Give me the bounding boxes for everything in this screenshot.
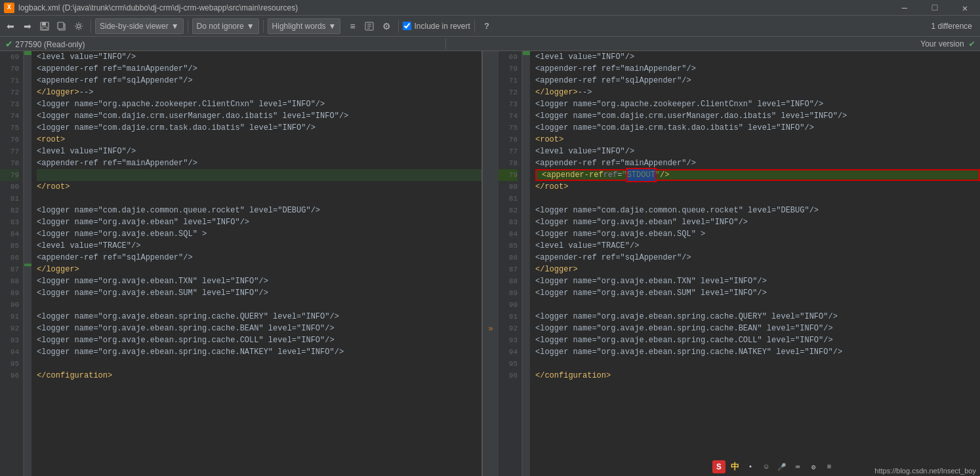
title-bar: X logback.xml (D:\java\trunk\crm\dubbo\d… xyxy=(0,0,980,16)
right-line-84: <logger name="org.avaje.ebean.SQL" > xyxy=(535,228,980,240)
settings-button[interactable] xyxy=(71,18,87,34)
left-line-82: <logger name="com.dajie.common.queue.roc… xyxy=(37,205,481,216)
right-line-93: <logger name="org.avaje.ebean.spring.cac… xyxy=(535,334,980,346)
app-icon: X xyxy=(4,3,14,13)
sep1 xyxy=(91,20,91,33)
undo-button[interactable]: ⬅ xyxy=(3,18,18,34)
right-line-78: <appender-ref ref="mainAppender"/> xyxy=(535,157,980,169)
left-line-87: </logger> xyxy=(37,264,481,275)
sougou-settings-icon: ⚙ xyxy=(807,460,820,473)
right-line-81 xyxy=(535,193,980,205)
right-line-96: </configuration> xyxy=(535,370,980,382)
diff-area: 6970717273747576777879808182838485868788… xyxy=(0,51,980,476)
viewer-dropdown[interactable]: Side-by-side viewer ▼ xyxy=(95,18,184,34)
title-text: logback.xml (D:\java\trunk\crm\dubbo\dj-… xyxy=(18,3,298,12)
sep4 xyxy=(398,20,399,33)
right-scroll-bar[interactable] xyxy=(522,51,530,476)
center-divider: » xyxy=(483,51,499,476)
status-left: ✔ 277590 (Read-only) xyxy=(0,39,446,49)
right-line-92: <logger name="org.avaje.ebean.spring.cac… xyxy=(535,323,980,334)
next-diff-button[interactable] xyxy=(361,18,377,34)
right-scroll-marker-top xyxy=(523,51,530,55)
csdn-watermark: https://blog.csdn.net/Insect_boy xyxy=(870,466,980,476)
right-line-73: <logger name="org.apache.zookeeper.Clien… xyxy=(535,98,980,110)
right-panel: 6970717273747576777879808182838485868788… xyxy=(499,51,980,476)
right-line-90 xyxy=(535,299,980,311)
left-line-93: <logger name="org.avaje.ebean.spring.cac… xyxy=(37,334,481,346)
highlight-dropdown[interactable]: Highlight words ▼ xyxy=(268,18,341,34)
check-mark-right: ✔ xyxy=(970,38,975,49)
right-line-77: <level value="INFO"/> xyxy=(535,146,980,157)
sep3 xyxy=(263,20,264,33)
gear-button[interactable]: ⚙ xyxy=(378,18,394,34)
minimize-button[interactable]: — xyxy=(889,0,920,16)
close-button[interactable]: ✕ xyxy=(950,0,980,16)
right-code-lines: <level value="INFO"/> <appender-ref ref=… xyxy=(530,51,980,476)
status-right: Your version xyxy=(446,39,970,49)
left-line-70: <appender-ref ref="mainAppender"/> xyxy=(37,63,481,75)
right-line-72: </logger>--> xyxy=(535,87,980,98)
right-line-95 xyxy=(535,358,980,370)
left-line-69: <level value="INFO"/> xyxy=(37,51,481,63)
prev-diff-button[interactable]: ≡ xyxy=(344,18,360,34)
left-line-72: </logger>--> xyxy=(37,87,481,98)
right-line-75: <logger name="com.dajie.crm.task.dao.iba… xyxy=(535,122,980,134)
left-line-96: </configuration> xyxy=(37,370,481,382)
save-button[interactable] xyxy=(37,18,52,34)
left-line-91: <logger name="org.avaje.ebean.spring.cac… xyxy=(37,311,481,323)
ignore-dropdown[interactable]: Do not ignore ▼ xyxy=(192,18,259,34)
right-line-85: <level value="TRACE"/> xyxy=(535,240,980,252)
sougou-face-icon: ☺ xyxy=(760,460,773,473)
sougou-s-icon: S xyxy=(712,460,725,473)
right-line-86: <appender-ref ref="sqlAppender"/> xyxy=(535,252,980,264)
right-line-88: <logger name="org.avaje.ebean.TXN" level… xyxy=(535,275,980,287)
left-gutter: 6970717273747576777879808182838485868788… xyxy=(0,51,24,476)
left-line-89: <logger name="org.avaje.ebean.SUM" level… xyxy=(37,287,481,299)
left-line-76: <root> xyxy=(37,134,481,146)
right-line-80: </root> xyxy=(535,181,980,193)
svg-point-5 xyxy=(77,24,81,28)
left-line-78: <appender-ref ref="mainAppender"/> xyxy=(37,157,481,169)
svg-rect-2 xyxy=(42,27,47,30)
diff-count: 1 difference xyxy=(931,22,978,31)
left-line-84: <logger name="org.avaje.ebean.SQL" > xyxy=(37,228,481,240)
right-line-82: <logger name="com.dajie.common.queue.roc… xyxy=(535,205,980,216)
left-line-73: <logger name="org.apache.zookeeper.Clien… xyxy=(37,98,481,110)
svg-rect-4 xyxy=(58,22,64,29)
right-line-83: <logger name="org.avaje.ebean" level="IN… xyxy=(535,216,980,228)
arrow-right[interactable]: » xyxy=(484,323,497,336)
left-line-95 xyxy=(37,358,481,370)
sougou-more-icon: ≡ xyxy=(823,460,836,473)
right-line-76: <root> xyxy=(535,134,980,146)
left-line-79 xyxy=(37,169,481,181)
right-line-79: <appender-ref ref="STDOUT"/> xyxy=(535,169,980,181)
left-code-lines: <level value="INFO"/> <appender-ref ref=… xyxy=(31,51,481,476)
left-line-80: </root> xyxy=(37,181,481,193)
left-line-81 xyxy=(37,193,481,205)
right-code-view: 6970717273747576777879808182838485868788… xyxy=(499,51,980,476)
svg-rect-1 xyxy=(42,22,46,26)
left-scroll-bar[interactable] xyxy=(24,51,31,476)
include-revert-checkbox[interactable]: Include in revert xyxy=(403,22,470,31)
sougou-zh-icon: 中 xyxy=(728,460,741,473)
left-line-92: <logger name="org.avaje.ebean.spring.cac… xyxy=(37,323,481,334)
right-line-70: <appender-ref ref="mainAppender"/> xyxy=(535,63,980,75)
scroll-marker-top xyxy=(24,51,31,55)
status-row: ✔ 277590 (Read-only) Your version ✔ xyxy=(0,37,980,51)
left-panel: 6970717273747576777879808182838485868788… xyxy=(0,51,483,476)
left-line-83: <logger name="org.avaje.ebean" level="IN… xyxy=(37,216,481,228)
copy-button[interactable] xyxy=(54,18,70,34)
left-line-86: <appender-ref ref="sqlAppender"/> xyxy=(37,252,481,264)
sougou-mic-icon: 🎤 xyxy=(775,460,788,473)
scroll-marker-mid xyxy=(24,264,31,266)
help-button[interactable]: ? xyxy=(479,18,495,34)
right-line-69: <level value="INFO"/> xyxy=(535,51,980,63)
sougou-toolbar: S 中 • ☺ 🎤 ⌨ ⚙ ≡ xyxy=(712,460,836,473)
sep2 xyxy=(188,20,188,33)
left-line-85: <level value="TRACE"/> xyxy=(37,240,481,252)
redo-button[interactable]: ➡ xyxy=(20,18,35,34)
maximize-button[interactable]: □ xyxy=(920,0,950,16)
left-line-77: <level value="INFO"/> xyxy=(37,146,481,157)
sougou-dot-icon: • xyxy=(744,460,757,473)
window-controls: — □ ✕ xyxy=(889,0,980,16)
